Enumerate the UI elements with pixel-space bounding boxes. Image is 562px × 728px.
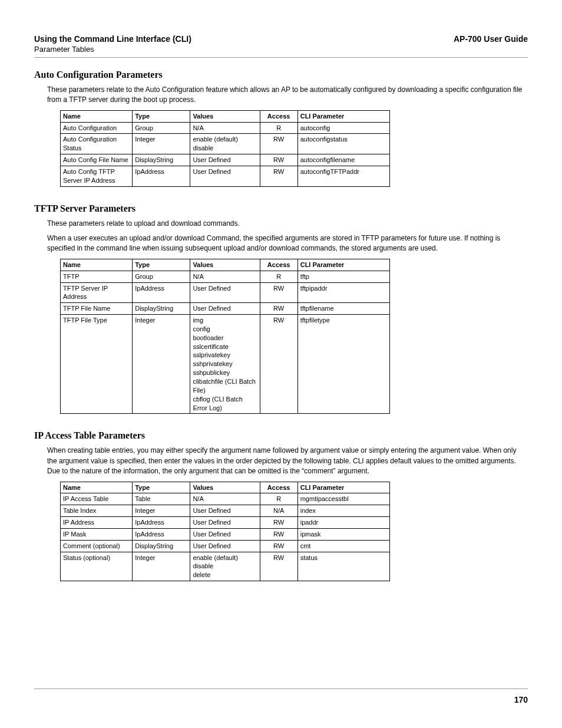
table-cell: Group (133, 271, 190, 282)
table-cell: RW (260, 315, 297, 414)
table-header-cell: Values (190, 482, 260, 493)
table-cell: tftpfilename (297, 303, 389, 315)
section-heading: TFTP Server Parameters (34, 203, 528, 214)
table-cell: IP Access Table (61, 493, 133, 505)
table-cell: DisplayString (133, 540, 190, 552)
table-cell: User Defined (190, 154, 260, 166)
table-cell: Group (133, 122, 190, 134)
table-cell: User Defined (190, 540, 260, 552)
parameter-table: NameTypeValuesAccessCLI ParameterTFTPGro… (60, 259, 390, 414)
table-header-cell: CLI Parameter (297, 259, 389, 271)
table-cell: img config bootloader sslcertificate ssl… (190, 315, 260, 414)
table-cell: RW (260, 166, 297, 187)
table-cell: status (297, 552, 389, 581)
table-header-cell: CLI Parameter (297, 482, 389, 493)
table-cell: RW (260, 282, 297, 303)
table-cell: User Defined (190, 303, 260, 315)
section-breadcrumb: Parameter Tables (34, 45, 191, 54)
table-cell: Status (optional) (61, 552, 133, 581)
table-cell: User Defined (190, 517, 260, 529)
table-cell: IP Address (61, 517, 133, 529)
table-row: Auto ConfigurationGroupN/ARautoconfig (61, 122, 390, 134)
table-cell: autoconfigfilename (297, 154, 389, 166)
table-cell: DisplayString (133, 303, 190, 315)
table-cell: Integer (133, 134, 190, 154)
table-row: Auto Config TFTP Server IP AddressIpAddr… (61, 166, 390, 187)
table-cell: autoconfigstatus (297, 134, 389, 154)
table-cell: N/A (190, 493, 260, 505)
section-paragraph: When a user executes an upload and/or do… (47, 233, 528, 254)
table-cell: User Defined (190, 528, 260, 540)
table-cell: Integer (133, 505, 190, 517)
table-cell: Table Index (61, 505, 133, 517)
table-cell: IpAddress (133, 528, 190, 540)
table-row: TFTPGroupN/ARtftp (61, 271, 390, 282)
table-cell: enable (default) disable (190, 134, 260, 154)
header-divider (34, 57, 528, 58)
section-heading: IP Access Table Parameters (34, 430, 528, 441)
table-cell: ipaddr (297, 517, 389, 529)
table-cell: ipmask (297, 528, 389, 540)
table-header-cell: Name (61, 259, 133, 271)
table-cell: Integer (133, 552, 190, 581)
chapter-title: Using the Command Line Interface (CLI) (34, 34, 191, 44)
table-cell: N/A (190, 271, 260, 282)
table-cell: R (260, 122, 297, 134)
table-cell: RW (260, 134, 297, 154)
table-header-cell: Access (260, 482, 297, 493)
section-paragraph: When creating table entries, you may eit… (47, 446, 528, 476)
table-row: Status (optional)Integerenable (default)… (61, 552, 390, 581)
section-heading: Auto Configuration Parameters (34, 70, 528, 80)
section-paragraph: These parameters relate to the Auto Conf… (47, 85, 528, 106)
section-paragraph: These parameters relate to upload and do… (47, 219, 528, 229)
footer-divider (34, 689, 528, 689)
table-cell: tftp (297, 271, 389, 282)
table-cell: IpAddress (133, 517, 190, 529)
table-cell: RW (260, 154, 297, 166)
table-header-cell: Type (133, 482, 190, 493)
table-cell: mgmtipaccesstbl (297, 493, 389, 505)
table-header-cell: Name (61, 482, 133, 493)
page-number: 170 (34, 695, 528, 704)
table-cell: TFTP File Type (61, 315, 133, 414)
table-cell: IpAddress (133, 166, 190, 187)
table-header-cell: Name (61, 110, 133, 122)
table-row: Table IndexIntegerUser DefinedN/Aindex (61, 505, 390, 517)
table-header-row: NameTypeValuesAccessCLI Parameter (61, 259, 390, 271)
table-row: TFTP File TypeIntegerimg config bootload… (61, 315, 390, 414)
table-header-cell: Type (133, 259, 190, 271)
table-header-row: NameTypeValuesAccessCLI Parameter (61, 482, 390, 493)
table-cell: Auto Config File Name (61, 154, 133, 166)
table-cell: RW (260, 528, 297, 540)
table-cell: IpAddress (133, 282, 190, 303)
page-footer: 170 (34, 689, 528, 704)
table-cell: tftpipaddr (297, 282, 389, 303)
table-cell: TFTP File Name (61, 303, 133, 315)
table-cell: TFTP Server IP Address (61, 282, 133, 303)
table-cell: User Defined (190, 282, 260, 303)
table-cell: IP Mask (61, 528, 133, 540)
parameter-table: NameTypeValuesAccessCLI ParameterAuto Co… (60, 110, 390, 187)
table-cell: User Defined (190, 166, 260, 187)
table-cell: N/A (260, 505, 297, 517)
table-cell: Table (133, 493, 190, 505)
table-cell: index (297, 505, 389, 517)
table-cell: Auto Configuration Status (61, 134, 133, 154)
table-cell: R (260, 271, 297, 282)
guide-title: AP-700 User Guide (454, 34, 528, 44)
table-header-cell: Type (133, 110, 190, 122)
table-row: Auto Configuration StatusIntegerenable (… (61, 134, 390, 154)
table-cell: cmt (297, 540, 389, 552)
table-cell: Auto Config TFTP Server IP Address (61, 166, 133, 187)
table-cell: enable (default) disable delete (190, 552, 260, 581)
table-cell: R (260, 493, 297, 505)
table-cell: DisplayString (133, 154, 190, 166)
table-cell: Integer (133, 315, 190, 414)
table-row: Comment (optional)DisplayStringUser Defi… (61, 540, 390, 552)
table-row: IP MaskIpAddressUser DefinedRWipmask (61, 528, 390, 540)
table-cell: RW (260, 303, 297, 315)
table-header-cell: Access (260, 110, 297, 122)
table-cell: N/A (190, 122, 260, 134)
table-header-cell: Values (190, 259, 260, 271)
table-cell: RW (260, 517, 297, 529)
